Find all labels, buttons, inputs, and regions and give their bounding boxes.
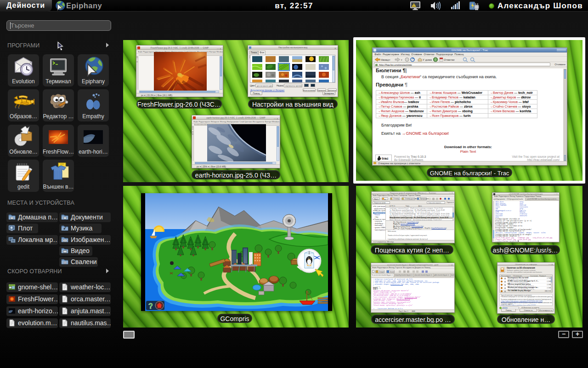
svg-text:Назад: Назад: [381, 58, 389, 61]
svg-text:trac: trac: [382, 156, 389, 161]
svg-text:?: ?: [148, 302, 153, 310]
svg-text:▾: ▾: [401, 58, 402, 61]
svg-text:▾: ▾: [389, 58, 390, 61]
svg-text:У дома: У дома: [423, 58, 432, 61]
svg-text:Отметки: Отметки: [444, 58, 454, 61]
